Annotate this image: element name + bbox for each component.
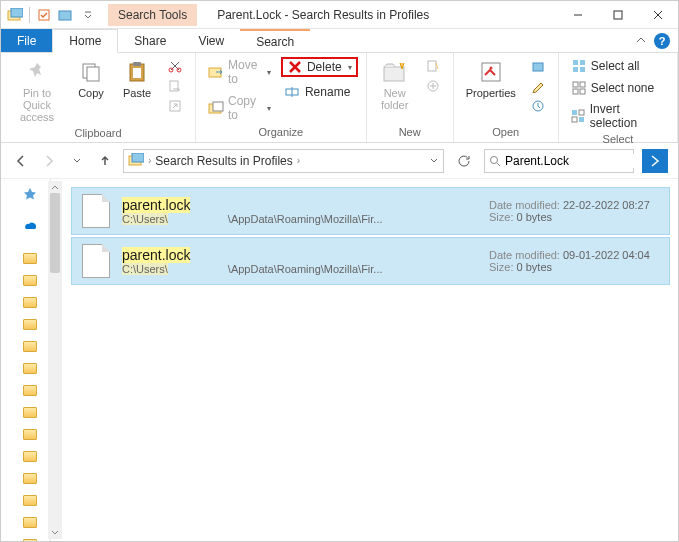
svg-rect-38 <box>132 153 144 162</box>
copy-to-button[interactable]: Copy to▾ <box>204 93 275 123</box>
select-all-button[interactable]: Select all <box>567 57 669 75</box>
up-button[interactable] <box>95 151 115 171</box>
nav-folder[interactable] <box>1 379 50 401</box>
file-path: C:\Users\\AppData\Roaming\Mozilla\Fir... <box>122 213 477 225</box>
back-button[interactable] <box>11 151 31 171</box>
nav-folder[interactable] <box>1 357 50 379</box>
tab-search[interactable]: Search <box>240 29 310 52</box>
new-item-button[interactable] <box>421 57 445 75</box>
move-to-button[interactable]: Move to▾ <box>204 57 275 87</box>
nav-folder[interactable] <box>1 511 50 533</box>
cut-button[interactable] <box>163 57 187 75</box>
results-list: parent.lock C:\Users\\AppData\Roaming\Mo… <box>51 179 678 541</box>
ribbon-collapse-icon[interactable] <box>636 36 646 46</box>
content-area: parent.lock C:\Users\\AppData\Roaming\Mo… <box>1 179 678 541</box>
properties-label: Properties <box>466 87 516 99</box>
nav-folder[interactable] <box>1 401 50 423</box>
nav-folder[interactable] <box>1 533 50 541</box>
address-bar: › Search Results in Profiles › <box>1 143 678 179</box>
delete-button[interactable]: Delete▾ <box>281 57 358 77</box>
file-meta: Date modified: 09-01-2022 04:04 Size: 0 … <box>489 249 659 273</box>
nav-folder[interactable] <box>1 313 50 335</box>
group-new-label: New <box>375 124 445 140</box>
invert-selection-button[interactable]: Invert selection <box>567 101 669 131</box>
group-select: Select all Select none Invert selection … <box>559 53 678 142</box>
breadcrumb[interactable]: › Search Results in Profiles › <box>123 149 444 173</box>
result-row[interactable]: parent.lock C:\Users\\AppData\Roaming\Mo… <box>71 187 670 235</box>
chevron-down-icon: ▾ <box>267 68 271 77</box>
svg-rect-26 <box>580 60 585 65</box>
recent-locations-button[interactable] <box>67 151 87 171</box>
open-button[interactable] <box>526 57 550 75</box>
forward-button[interactable] <box>39 151 59 171</box>
nav-folder[interactable] <box>1 335 50 357</box>
tab-home[interactable]: Home <box>52 29 118 53</box>
select-none-label: Select none <box>591 81 654 95</box>
scroll-down-icon[interactable] <box>48 527 62 539</box>
nav-folder[interactable] <box>1 489 50 511</box>
qat-properties-icon[interactable] <box>34 5 54 25</box>
paste-button[interactable]: Paste <box>117 57 157 101</box>
scroll-thumb[interactable] <box>50 193 60 273</box>
nav-folder[interactable] <box>1 247 50 269</box>
navigation-pane[interactable] <box>1 179 51 541</box>
qat-dropdown-icon[interactable] <box>78 5 98 25</box>
tab-file[interactable]: File <box>1 29 52 52</box>
svg-rect-28 <box>580 67 585 72</box>
select-none-button[interactable]: Select none <box>567 79 669 97</box>
nav-onedrive[interactable] <box>1 215 50 237</box>
nav-folder[interactable] <box>1 291 50 313</box>
svg-rect-35 <box>572 117 577 122</box>
search-go-button[interactable] <box>642 149 668 173</box>
app-icon[interactable] <box>5 5 25 25</box>
tab-view[interactable]: View <box>182 29 240 52</box>
refresh-button[interactable] <box>452 149 476 173</box>
nav-folder[interactable] <box>1 423 50 445</box>
nav-scrollbar[interactable] <box>48 181 62 539</box>
close-button[interactable] <box>638 1 678 29</box>
properties-icon <box>478 59 504 85</box>
search-box[interactable] <box>484 149 634 173</box>
chevron-right-icon[interactable]: › <box>297 155 300 166</box>
pin-icon <box>24 59 50 85</box>
history-button[interactable] <box>526 97 550 115</box>
edit-button[interactable] <box>526 77 550 95</box>
easy-access-button[interactable] <box>421 77 445 95</box>
properties-button[interactable]: Properties <box>462 57 520 101</box>
paste-shortcut-button[interactable] <box>163 97 187 115</box>
pin-label: Pin to Quick access <box>13 87 61 123</box>
nav-quick-access[interactable] <box>1 183 50 205</box>
minimize-button[interactable] <box>558 1 598 29</box>
chevron-right-icon[interactable]: › <box>148 155 151 166</box>
select-none-icon <box>571 80 587 96</box>
nav-folder[interactable] <box>1 269 50 291</box>
svg-rect-1 <box>11 8 23 17</box>
rename-icon <box>285 84 301 100</box>
help-icon[interactable]: ? <box>654 33 670 49</box>
svg-rect-9 <box>133 68 141 78</box>
ribbon-tabs: File Home Share View Search ? <box>1 29 678 53</box>
nav-folder[interactable] <box>1 445 50 467</box>
search-input[interactable] <box>505 154 655 168</box>
scroll-up-icon[interactable] <box>48 181 62 193</box>
new-folder-button[interactable]: New folder <box>375 57 415 113</box>
result-row[interactable]: parent.lock C:\Users\\AppData\Roaming\Mo… <box>71 237 670 285</box>
copy-button[interactable]: Copy <box>71 57 111 101</box>
copy-path-button[interactable] <box>163 77 187 95</box>
tab-share[interactable]: Share <box>118 29 182 52</box>
new-folder-label: New folder <box>381 87 409 111</box>
rename-button[interactable]: Rename <box>281 83 358 101</box>
maximize-button[interactable] <box>598 1 638 29</box>
svg-rect-3 <box>59 11 71 20</box>
paste-shortcut-icon <box>167 98 183 114</box>
delete-label: Delete <box>307 60 342 74</box>
search-icon <box>489 155 501 167</box>
pin-to-quick-access-button[interactable]: Pin to Quick access <box>9 57 65 125</box>
select-all-icon <box>571 58 587 74</box>
qat-new-folder-icon[interactable] <box>56 5 76 25</box>
breadcrumb-dropdown-icon[interactable] <box>429 156 439 166</box>
breadcrumb-text[interactable]: Search Results in Profiles <box>155 154 292 168</box>
nav-folder[interactable] <box>1 467 50 489</box>
svg-rect-16 <box>213 102 223 111</box>
group-open: Properties Open <box>454 53 559 142</box>
